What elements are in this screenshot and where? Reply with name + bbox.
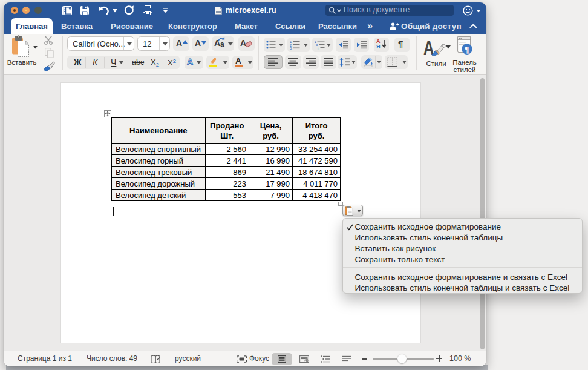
svg-text:i: i bbox=[318, 47, 318, 50]
svg-text:¶: ¶ bbox=[465, 45, 469, 55]
svg-text:3: 3 bbox=[290, 47, 292, 50]
